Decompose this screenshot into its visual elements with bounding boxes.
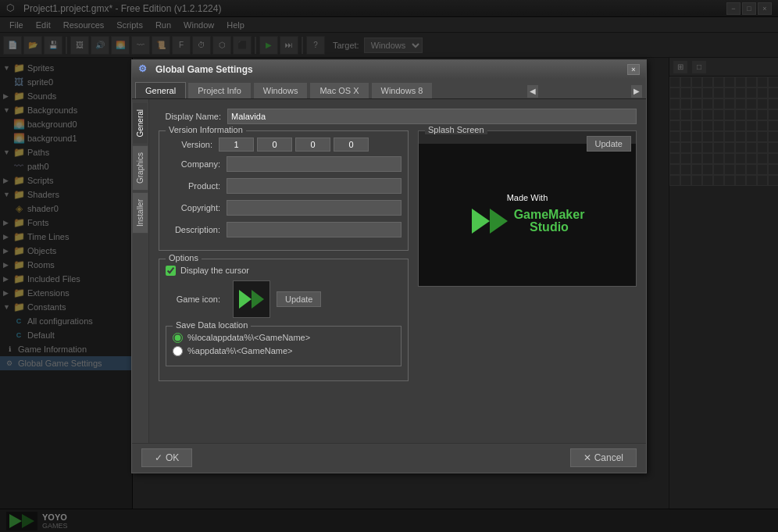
- game-icon-label: Game icon:: [166, 295, 220, 304]
- product-row: Product:: [166, 178, 401, 194]
- product-label: Product:: [166, 181, 220, 191]
- options-group: Options Display the cursor Game icon:: [159, 259, 409, 381]
- version-label: Version:: [166, 140, 212, 149]
- version-row: Version:: [166, 137, 401, 152]
- cancel-label: Cancel: [594, 452, 623, 463]
- gm-logo-row: GameMaker Studio: [470, 205, 585, 237]
- modal-body: General Graphics Installer Display Name:: [132, 99, 646, 443]
- company-label: Company:: [166, 159, 220, 169]
- version-input-2[interactable]: [257, 137, 292, 152]
- ok-checkmark-icon: ✓: [155, 452, 162, 463]
- cancel-x-icon: ✕: [584, 452, 591, 463]
- tab-next-button[interactable]: ▶: [630, 84, 643, 98]
- splash-panel: Splash Screen Update Made With: [418, 130, 637, 287]
- modal-close-button[interactable]: ×: [627, 64, 640, 75]
- gm-made-with: Made With: [470, 193, 585, 202]
- tab-general[interactable]: General: [135, 82, 186, 98]
- version-info-label: Version Information: [166, 125, 246, 134]
- description-input[interactable]: [227, 222, 401, 237]
- options-label: Options: [166, 253, 202, 262]
- side-tab-general[interactable]: General: [132, 102, 148, 145]
- description-row: Description:: [166, 222, 401, 237]
- gm-studio-text: Studio: [514, 221, 585, 234]
- ok-button[interactable]: ✓ OK: [141, 448, 192, 467]
- svg-marker-6: [490, 209, 508, 234]
- display-name-row: Display Name:: [159, 109, 637, 124]
- product-input[interactable]: [227, 178, 401, 194]
- display-cursor-checkbox[interactable]: [166, 266, 176, 276]
- save-option1-label: %localappdata%\<GameName>: [187, 333, 310, 342]
- game-icon-row: Game icon: Update: [166, 280, 401, 318]
- splash-title-label: Splash Screen: [425, 125, 487, 134]
- copyright-label: Copyright:: [166, 203, 220, 212]
- version-input-1[interactable]: [219, 137, 254, 152]
- tab-project-info[interactable]: Project Info: [187, 82, 252, 98]
- side-tab-installer[interactable]: Installer: [132, 192, 148, 234]
- display-cursor-label: Display the cursor: [180, 266, 249, 275]
- display-name-input[interactable]: [227, 109, 637, 124]
- left-form: Version Information Version: Company:: [159, 130, 409, 389]
- gm-logo: Made With GameMaker Studio: [470, 193, 585, 237]
- tab-windows8[interactable]: Windows 8: [371, 82, 434, 98]
- display-name-label: Display Name:: [159, 112, 221, 121]
- description-label: Description:: [166, 225, 220, 234]
- side-tab-graphics[interactable]: Graphics: [132, 145, 148, 191]
- ok-label: OK: [166, 452, 179, 463]
- icon-update-button[interactable]: Update: [277, 291, 321, 307]
- tab-macos[interactable]: Mac OS X: [309, 82, 369, 98]
- gm-logo-svg: [470, 205, 509, 237]
- save-option2-label: %appdata%\<GameName>: [187, 346, 293, 355]
- company-row: Company:: [166, 156, 401, 172]
- save-data-label: Save Data location: [173, 320, 251, 330]
- save-option2-row: %appdata%\<GameName>: [173, 346, 394, 356]
- modal-overlay: ⚙ Global Game Settings × General Project…: [0, 0, 778, 532]
- gm-brand-text: GameMaker: [514, 209, 585, 221]
- modal-title-text: Global Game Settings: [155, 64, 627, 75]
- modal-title-bar: ⚙ Global Game Settings ×: [132, 60, 646, 79]
- side-tab-bar: General Graphics Installer: [132, 99, 149, 443]
- cancel-button[interactable]: ✕ Cancel: [570, 448, 637, 467]
- save-option1-row: %localappdata%\<GameName>: [173, 333, 394, 343]
- gm-logo-text-block: GameMaker Studio: [514, 209, 585, 234]
- splash-preview: Made With GameMaker Studio: [419, 144, 636, 286]
- modal-footer: ✓ OK ✕ Cancel: [132, 443, 646, 473]
- tab-prev-button[interactable]: ◀: [526, 84, 539, 98]
- version-input-3[interactable]: [295, 137, 330, 152]
- form-area: Display Name: Version Information Versio…: [149, 99, 646, 443]
- modal-title-icon: ⚙: [138, 63, 151, 76]
- save-data-group: Save Data location %localappdata%\<GameN…: [166, 326, 401, 366]
- save-option1-radio[interactable]: [173, 333, 183, 343]
- copyright-row: Copyright:: [166, 200, 401, 216]
- save-option2-radio[interactable]: [173, 346, 183, 356]
- version-input-4[interactable]: [334, 137, 369, 152]
- svg-marker-5: [472, 209, 490, 234]
- company-input[interactable]: [227, 156, 401, 172]
- splash-update-button[interactable]: Update: [587, 136, 631, 152]
- tab-windows[interactable]: Windows: [253, 82, 309, 98]
- modal-tab-bar: General Project Info Windows Mac OS X Wi…: [132, 79, 646, 99]
- copyright-input[interactable]: [227, 200, 401, 216]
- main-form-row: Version Information Version: Company:: [159, 130, 637, 389]
- display-cursor-row: Display the cursor: [166, 266, 401, 276]
- game-icon-box: [233, 280, 270, 318]
- version-info-group: Version Information Version: Company:: [159, 130, 409, 251]
- game-icon-svg: [236, 284, 267, 315]
- global-game-settings-modal: ⚙ Global Game Settings × General Project…: [131, 59, 647, 473]
